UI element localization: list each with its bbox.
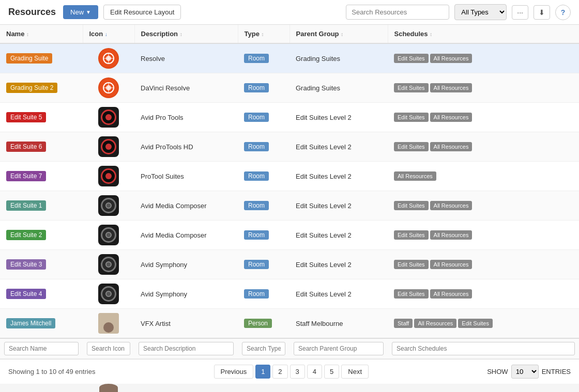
schedule-badge[interactable]: Edit Suites	[394, 260, 429, 269]
description-cell: Avid Symphony	[134, 250, 238, 279]
name-badge: Edit Suite 7	[6, 171, 46, 181]
table-row[interactable]: Edit Suite 1 Avid Media Composer Room Ed…	[0, 191, 579, 221]
edit-resource-layout-button[interactable]: Edit Resource Layout	[103, 5, 181, 20]
name-badge: Edit Suite 5	[6, 112, 46, 122]
name-cell: Grading Suite 2	[0, 73, 83, 103]
search-resources-input[interactable]	[346, 5, 449, 20]
prev-page-button[interactable]: Previous	[214, 365, 254, 379]
type-cell: Room	[238, 191, 290, 221]
search-type-input[interactable]	[242, 342, 285, 355]
type-badge: Room	[244, 171, 269, 181]
col-parent-group[interactable]: Parent Group ↕	[290, 25, 388, 43]
type-badge: Room	[244, 83, 269, 92]
schedule-badge[interactable]: Edit Suites	[394, 113, 429, 122]
schedule-badge[interactable]: Edit Suites	[394, 142, 429, 151]
col-icon[interactable]: Icon ↓	[83, 25, 134, 43]
download-button[interactable]: ⬇	[534, 5, 550, 20]
schedules-cell: All Resources	[388, 162, 579, 191]
entries-per-page-select[interactable]: 10 25 50 100	[511, 365, 539, 379]
table-row[interactable]: Grading Suite Resolve Room Grading Suite…	[0, 43, 579, 73]
icon-cell	[83, 309, 134, 339]
schedule-badge[interactable]: All Resources	[430, 142, 473, 151]
schedule-badge[interactable]: All Resources	[414, 319, 456, 328]
page-5-button[interactable]: 5	[324, 365, 339, 379]
schedule-badge[interactable]: All Resources	[430, 201, 473, 210]
schedule-badge[interactable]: Edit Suites	[458, 319, 493, 328]
help-button[interactable]: ?	[555, 5, 571, 20]
description-cell: Avid Media Composer	[134, 191, 238, 221]
resource-icon	[89, 48, 128, 69]
schedule-badge[interactable]: All Resources	[430, 230, 473, 240]
schedule-badge[interactable]: All Resources	[430, 54, 473, 63]
name-cell: Edit Suite 5	[0, 103, 83, 132]
table-row[interactable]: James Mitchell VFX Artist Person Staff M…	[0, 309, 579, 339]
type-cell: Person	[238, 309, 290, 339]
icon-cell	[83, 250, 134, 279]
type-cell: Room	[238, 73, 290, 103]
table-row[interactable]: Edit Suite 3 Avid Symphony Room Edit Sui…	[0, 250, 579, 279]
table-row[interactable]: Edit Suite 6 Avid ProTools HD Room Edit …	[0, 132, 579, 162]
resource-icon	[89, 225, 128, 245]
search-parent-group-input[interactable]	[294, 342, 384, 355]
page-1-button[interactable]: 1	[255, 365, 270, 379]
sort-icon-icon: ↓	[105, 32, 108, 37]
col-description[interactable]: Description ↕	[134, 25, 238, 43]
search-description-input[interactable]	[139, 342, 234, 355]
more-options-button[interactable]: ···	[512, 5, 528, 20]
table-row[interactable]: Edit Suite 4 Avid Symphony Room Edit Sui…	[0, 279, 579, 309]
resource-icon	[89, 313, 128, 334]
schedule-badge[interactable]: All Resources	[430, 289, 473, 299]
type-badge: Room	[244, 54, 269, 63]
search-icon-input[interactable]	[87, 342, 130, 355]
schedule-badge[interactable]: Edit Suites	[394, 83, 429, 92]
schedule-badge[interactable]: Edit Suites	[394, 54, 429, 63]
resource-icon	[89, 195, 128, 216]
table-row[interactable]: Grading Suite 2 DaVinci Resolve Room Gra…	[0, 73, 579, 103]
page-4-button[interactable]: 4	[307, 365, 322, 379]
table-row[interactable]: Edit Suite 7 ProTool Suites Room Edit Su…	[0, 162, 579, 191]
page-2-button[interactable]: 2	[272, 365, 287, 379]
name-cell: Edit Suite 7	[0, 162, 83, 191]
name-cell: Edit Suite 4	[0, 279, 83, 309]
name-cell: James Mitchell	[0, 309, 83, 339]
col-schedules[interactable]: Schedules ↕	[388, 25, 579, 43]
type-cell: Room	[238, 162, 290, 191]
icon-cell	[83, 132, 134, 162]
schedule-badge[interactable]: Edit Suites	[394, 230, 429, 240]
icon-cell	[83, 191, 134, 221]
schedules-cell: StaffAll ResourcesEdit Suites	[388, 309, 579, 339]
col-name[interactable]: Name ↕	[0, 25, 83, 43]
schedule-badge[interactable]: Edit Suites	[394, 289, 429, 299]
entries-label: ENTRIES	[542, 368, 571, 375]
schedule-badge[interactable]: All Resources	[430, 113, 473, 122]
name-badge: Edit Suite 2	[6, 230, 46, 240]
table-row[interactable]: Edit Suite 2 Avid Media Composer Room Ed…	[0, 221, 579, 250]
search-name-input[interactable]	[4, 342, 79, 355]
page-title: Resources	[8, 7, 56, 18]
schedule-badge[interactable]: All Resources	[430, 260, 473, 269]
schedule-badge[interactable]: Staff	[394, 319, 413, 328]
resource-icon	[89, 284, 128, 304]
name-cell: Edit Suite 1	[0, 191, 83, 221]
schedules-cell: Edit SuitesAll Resources	[388, 221, 579, 250]
resource-icon	[89, 107, 128, 128]
type-filter-select[interactable]: All Types Room Person Equipment	[454, 4, 507, 20]
new-button[interactable]: New ▼	[63, 5, 98, 19]
schedule-badge[interactable]: All Resources	[430, 83, 473, 92]
resource-icon	[89, 77, 128, 98]
table-row[interactable]: Edit Suite 5 Avid Pro Tools Room Edit Su…	[0, 103, 579, 132]
sort-icon-schedules: ↕	[430, 32, 432, 37]
name-badge: Grading Suite	[6, 53, 52, 64]
sort-icon-desc: ↕	[180, 32, 182, 37]
search-schedules-input[interactable]	[392, 342, 575, 355]
type-badge: Room	[244, 113, 269, 122]
schedule-badge[interactable]: Edit Suites	[394, 201, 429, 210]
next-page-button[interactable]: Next	[341, 365, 369, 379]
parent-group-cell: Grading Suites	[290, 43, 388, 73]
page-3-button[interactable]: 3	[290, 365, 305, 379]
type-badge: Person	[244, 319, 272, 328]
schedule-badge[interactable]: All Resources	[394, 171, 436, 181]
col-type[interactable]: Type ↕	[238, 25, 290, 43]
type-cell: Room	[238, 279, 290, 309]
showing-entries-text: Showing 1 to 10 of 49 entries	[8, 368, 95, 375]
